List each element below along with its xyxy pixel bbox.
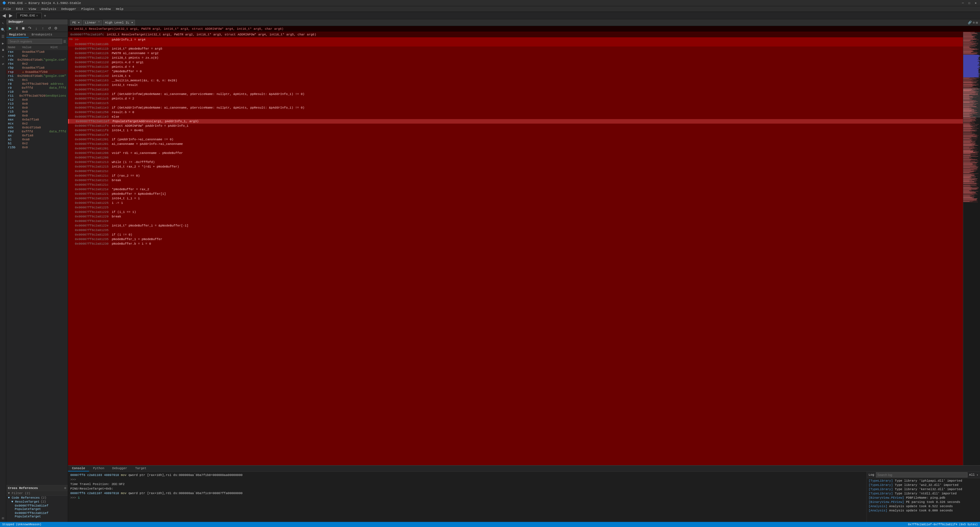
pe-dropdown[interactable]: PE ▾ <box>70 20 82 25</box>
code-line[interactable]: 0x00007ff6c2a81225 i -= 1 <box>68 201 963 205</box>
reg-row-ecx[interactable]: ecx 0x2 <box>6 122 68 125</box>
sidebar-icon-bookmarks[interactable]: ⌖ <box>0 54 6 60</box>
code-line[interactable]: 0x00007ff6c2a81206 <box>68 156 963 160</box>
registers-search-input[interactable] <box>8 39 62 44</box>
code-line[interactable]: 0x00007ff6c2a81126 PWSTR ai_canonname = … <box>68 51 963 56</box>
code-line[interactable]: 0x00007ff6c2a8121c break <box>68 178 963 183</box>
code-line[interactable]: 0x00007ff6c2a811e3 if (GetAddrInfoW(pNod… <box>68 105 963 110</box>
registers-menu-icon[interactable]: ☰ <box>63 40 66 43</box>
log-dropdown-icon[interactable]: ▾ <box>976 473 978 477</box>
back-button[interactable]: ◀ <box>1 13 7 18</box>
reg-row-edx[interactable]: edx 0x8cd716a0 <box>6 125 68 130</box>
reg-row-r8[interactable]: r8 0x7ff6c2a876e0 address <box>6 82 68 86</box>
code-line[interactable]: 0x00007ff6c2a81235 if (i != 0) <box>68 232 963 237</box>
code-line[interactable]: 0x00007ff6c2a81235 <box>68 228 963 232</box>
cross-refs-settings-icon[interactable]: ⚙ <box>64 486 66 490</box>
menu-file[interactable]: File <box>1 7 13 11</box>
reg-row-r12[interactable]: r12 0x0 <box>6 98 68 102</box>
bottom-tab-console[interactable]: Console <box>68 466 89 471</box>
reg-row-rcx[interactable]: rcx 0x2 <box>6 54 68 58</box>
menu-analysis[interactable]: Analysis <box>39 7 59 11</box>
tab-registers[interactable]: Registers <box>6 32 29 38</box>
menu-edit[interactable]: Edit <box>14 7 25 11</box>
cross-ref-item[interactable]: 0x00007ff6c2a811ef PopulateTarget <box>6 504 68 511</box>
code-line[interactable]: 0x00007ff6c2a8121e *pNodeBuffer = rax_2 <box>68 187 963 192</box>
code-line[interactable]: 0x00007ff6c2a81201 ai_canonname = pAddrI… <box>68 142 963 146</box>
code-line[interactable]: 0x00007ff6c2a81147 *pNodeBuffer = 0 <box>68 69 963 74</box>
code-line[interactable]: 0x00007ff6c2a81129 int128_t pHints = zx.… <box>68 56 963 60</box>
forward-button[interactable]: ▶ <box>8 13 14 18</box>
code-line[interactable]: 0x00007ff6c2a81221 pNodeBuffer = &pNodeB… <box>68 192 963 196</box>
reg-row-r9d[interactable]: r9d 0xfffd data_fffd <box>6 130 68 133</box>
reg-row-r13[interactable]: r13 0x0 <box>6 102 68 106</box>
reg-row-ax[interactable]: ax 0xf1a8 <box>6 133 68 138</box>
console-pane[interactable]: 00007ff6 c2a81103 48897018 mov qword ptr… <box>68 472 867 522</box>
add-tab-button[interactable]: + <box>42 13 48 18</box>
code-line[interactable]: 0x00007ff6c2a81213 while (i != -0x7fffbf… <box>68 160 963 164</box>
reg-row-r14[interactable]: r14 0x0 <box>6 106 68 110</box>
code-line[interactable]: 0x00007ff6c2a81225 int64_t i_1 = i <box>68 196 963 201</box>
code-line[interactable]: 0x00007ff6c2a8122e <box>68 219 963 224</box>
code-line[interactable]: 0x00007ff6c2a81163 if (GetAddrInfoW(pNod… <box>68 92 963 96</box>
code-line[interactable]: 0x00007ff6c2a811f4 struct ADDRINFOW* pAd… <box>68 124 963 128</box>
log-filter-all[interactable]: All <box>969 473 975 476</box>
code-line[interactable]: 0x00007ff6c2a81201 if (pAddrInfo->ai_can… <box>68 137 963 142</box>
debug-step-over-button[interactable]: ↷ <box>27 25 33 31</box>
debug-restart-button[interactable]: ↺ <box>46 25 52 31</box>
menu-debugger[interactable]: Debugger <box>59 7 78 11</box>
code-line[interactable]: 0x00007ff6c2a811e3 else <box>68 114 963 119</box>
reg-row-rdi[interactable]: rdi 0x1 <box>6 78 68 82</box>
reg-row-rbx[interactable]: rbx 0x2 <box>6 62 68 66</box>
code-line[interactable]: => >> 0x00007ff6c2a8110b pAddrInfo_1 = a… <box>68 37 963 46</box>
cross-refs-filter[interactable]: ▼ Filter (2) <box>6 491 68 496</box>
maximize-button[interactable]: ☐ <box>967 1 972 5</box>
sidebar-icon-debug[interactable]: ▶ <box>0 41 6 46</box>
reg-row-al[interactable]: al 0xa8 <box>6 138 68 141</box>
sidebar-icon-xref[interactable]: ⇄ <box>0 61 6 66</box>
debug-step-into-button[interactable]: ↓ <box>33 25 39 31</box>
code-line[interactable]: 0x00007ff6c2a811f8 <box>68 133 963 137</box>
close-button[interactable]: ✕ <box>974 1 978 5</box>
code-line[interactable]: 0x00007ff6c2a811ef PopulateTargetAddress… <box>68 119 963 124</box>
debug-settings-button[interactable]: ⚙ <box>53 25 59 31</box>
high-level-il-dropdown[interactable]: High Level IL ▾ <box>103 20 135 25</box>
sidebar-icon-layers[interactable]: ☰ <box>0 34 6 39</box>
reg-row-r9[interactable]: r9 0xfffd data_fffd <box>6 86 68 90</box>
debug-step-out-button[interactable]: ↑ <box>40 25 46 31</box>
cross-refs-filter-text[interactable]: ▼ Filter (2) <box>8 492 30 495</box>
code-line[interactable]: 0x00007ff6c2a81230 pNodeBuffer.b = 1 = 0 <box>68 241 963 246</box>
code-line[interactable]: 0x00007ff6c2a811c5 pHints.d = 2 <box>68 96 963 101</box>
cross-ref-item[interactable]: 0x00007ff6c2a811ef PopulateTarget <box>6 511 68 519</box>
reg-row-r15[interactable]: r15 0x0 <box>6 110 68 114</box>
code-line[interactable]: 0x00007ff6c2a811c5 <box>68 101 963 105</box>
code-line[interactable]: 0x00007ff6c2a81215 int16_t rax_2 = *(rdi… <box>68 164 963 169</box>
code-line[interactable]: 0x00007ff6c2a81250 result.b = 0 <box>68 110 963 114</box>
code-line[interactable]: 0x00007ff6c2a81225 <box>68 205 963 210</box>
code-line[interactable]: 0x00007ff6c2a81163 <box>68 87 963 92</box>
menu-plugins[interactable]: Plugins <box>79 7 97 11</box>
code-line[interactable]: 0x00007ff6c2a8111b int16_t* pNodeBuffer … <box>68 46 963 51</box>
code-line[interactable]: 0x00007ff6c2a81235 pNodeBuffer_1 = pNode… <box>68 237 963 241</box>
reg-row-r10[interactable]: r10 0x0 <box>6 90 68 94</box>
code-line[interactable]: 0x00007ff6c2a811f8 int64_t i = 0x401 <box>68 128 963 133</box>
code-view[interactable]: 0x00007ff6c2a810fc int32_t ResolveTarget… <box>68 32 963 465</box>
debug-pause-button[interactable]: ⏸ <box>14 25 19 31</box>
reg-row-rsi[interactable]: rsi 0x2508cd716a0 L"google.com" <box>6 74 68 78</box>
code-line[interactable]: 0x00007ff6c2a8121c if (rax_2 == 0) <box>68 173 963 178</box>
sidebar-icon-registers[interactable]: ≡ <box>0 48 6 53</box>
tab-breakpoints[interactable]: Breakpoints <box>29 32 55 38</box>
debug-stop-button[interactable]: ⏹ <box>21 25 26 31</box>
reg-row-rdx[interactable]: rdx 0x2508cd716a0 L"google.com" <box>6 58 68 62</box>
code-line[interactable]: 0x00007ff6c2a8112d pHints.4.d = arg1 <box>68 60 963 65</box>
code-line[interactable]: 0x00007ff6c2a81163 __builtin_memset(&s, … <box>68 78 963 83</box>
sidebar-icon-bottom[interactable]: ⊡ <box>0 516 6 521</box>
code-line[interactable]: 0x00007ff6c2a8121c <box>68 169 963 173</box>
reg-row-rsp[interactable]: rsp ⚠ 0xaa0ba7f2b0 <box>6 70 68 74</box>
reg-row-bl[interactable]: bl 0x2 <box>6 141 68 145</box>
console-input-line[interactable]: >>> 1 <box>70 495 864 500</box>
code-line[interactable]: 0x00007ff6c2a81136 pHints.d = 4 <box>68 65 963 69</box>
code-line[interactable]: 0x00007ff6c2a8121c <box>68 183 963 187</box>
log-search-input[interactable] <box>876 472 967 478</box>
reg-row-rax[interactable]: rax 0xaa0ba7f1a8 <box>6 50 68 54</box>
bottom-tab-python[interactable]: Python <box>89 466 108 471</box>
